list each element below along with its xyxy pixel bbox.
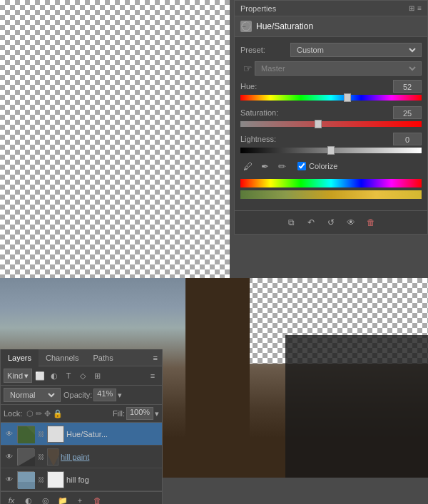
layer-visibility-icon[interactable]: 👁 (4, 451, 15, 463)
saturation-track[interactable] (240, 121, 422, 127)
layers-footer: fx ◐ ◎ 📁 + 🗑 (1, 491, 162, 504)
layer-name: hill paint (61, 453, 159, 461)
hue-value[interactable]: 52 (393, 80, 422, 93)
filter-shape-icon[interactable]: ◇ (76, 369, 89, 382)
panel-expand-icon[interactable]: ⊞ (409, 4, 414, 12)
kind-label: Kind (7, 371, 23, 380)
properties-panel: Properties ⊞ ≡ Hue/Saturation Preset: Cu… (234, 0, 428, 235)
delete-btn[interactable]: 🗑 (363, 215, 379, 230)
saturation-value[interactable]: 25 (393, 106, 422, 119)
preset-select-input[interactable]: Custom (294, 45, 418, 55)
lock-label: Lock: (4, 409, 22, 418)
lock-all-icon[interactable]: 🔒 (53, 409, 63, 418)
lightness-slider-row: Lightness: 0 (240, 133, 422, 153)
hue-track[interactable] (240, 95, 422, 101)
hue-thumb[interactable] (344, 93, 351, 102)
layer-adjustment-btn[interactable]: ◎ (39, 494, 52, 504)
lock-move-icon[interactable]: ✥ (44, 409, 51, 418)
master-select-input[interactable]: Master (258, 63, 418, 73)
layer-thumbnail (17, 426, 34, 443)
new-layer-btn[interactable]: + (73, 494, 86, 504)
hue-sat-title: Hue/Saturation (256, 21, 313, 31)
master-select[interactable]: Master (255, 61, 422, 76)
layer-mask-thumbnail (47, 471, 64, 488)
fill-arrow[interactable]: ▾ (155, 409, 159, 418)
panel-footer: ⧉ ↶ ↺ 👁 🗑 (235, 210, 427, 234)
layer-visibility-icon[interactable]: 👁 (4, 428, 15, 440)
opacity-value[interactable]: 41% (93, 389, 116, 401)
layer-name: Hue/Satur... (66, 430, 159, 438)
tab-channels[interactable]: Channels (39, 349, 86, 366)
panel-header-icons: ⊞ ≡ (409, 4, 422, 12)
fill-row: Fill: 100% ▾ (113, 407, 159, 420)
light-label-row: Lightness: 0 (240, 133, 422, 145)
subtract-eyedropper-icon[interactable]: ✏ (275, 159, 289, 173)
hue-label-row: Hue: 52 (240, 80, 422, 93)
fill-value[interactable]: 100% (126, 407, 153, 420)
previous-state-btn[interactable]: ↶ (303, 215, 319, 230)
filter-pixel-icon[interactable]: ⬜ (34, 369, 46, 382)
layer-chain-icon: ⛓ (36, 430, 45, 438)
layer-row[interactable]: 👁 ⛓ Hue/Satur... (1, 423, 162, 446)
reset-btn[interactable]: ↺ (323, 215, 339, 230)
layer-mask-btn[interactable]: ◐ (22, 494, 35, 504)
lock-icons: ⬡ ✏ ✥ 🔒 (26, 409, 63, 418)
filter-type-icon[interactable]: T (62, 369, 75, 382)
add-eyedropper-icon[interactable]: ✒ (258, 159, 272, 173)
colorize-row: Colorize (297, 162, 337, 170)
layer-mask-thumbnail (47, 426, 64, 443)
hand-icon[interactable]: ☞ (240, 61, 255, 76)
layer-group-thumb (47, 448, 58, 466)
saturation-thumb[interactable] (315, 120, 322, 128)
layers-tabs: Layers Channels Paths ≡ (1, 349, 162, 366)
fill-label: Fill: (113, 409, 125, 418)
lock-paint-icon[interactable]: ✏ (36, 409, 42, 418)
saturation-slider-row: Saturation: 25 (240, 106, 422, 127)
layer-visibility-icon[interactable]: 👁 (4, 474, 15, 485)
svg-marker-4 (48, 449, 59, 466)
layer-row[interactable]: 👁 ⛓ hill fog (1, 468, 162, 491)
input-color-strip (240, 179, 422, 187)
blend-opacity-row: Normal Opacity: 41% ▾ (1, 386, 162, 405)
layer-group-btn[interactable]: 📁 (56, 494, 69, 504)
layer-row[interactable]: 👁 ⛓ hill paint (1, 446, 162, 468)
sat-label-row: Saturation: 25 (240, 106, 422, 119)
master-row: ☞ Master (240, 61, 422, 76)
building-silhouette (185, 278, 250, 478)
panel-header-title: Properties (240, 4, 276, 13)
visibility-btn[interactable]: 👁 (343, 215, 359, 230)
layer-fx-btn[interactable]: fx (5, 494, 18, 504)
lightness-value[interactable]: 0 (393, 133, 422, 145)
lock-row: Lock: ⬡ ✏ ✥ 🔒 Fill: 100% ▾ (1, 405, 162, 423)
lightness-track[interactable] (240, 148, 422, 153)
panel-menu-icon[interactable]: ≡ (417, 4, 422, 12)
hue-label: Hue: (240, 82, 393, 91)
colorize-checkbox[interactable] (297, 162, 306, 170)
layers-menu-icon[interactable]: ≡ (149, 349, 162, 366)
tools-row: 🖊 ✒ ✏ Colorize (240, 159, 422, 173)
preset-select[interactable]: Custom (290, 43, 422, 57)
opacity-arrow[interactable]: ▾ (118, 391, 122, 400)
kind-arrow: ▾ (24, 371, 29, 381)
layer-chain-icon: ⛓ (36, 453, 45, 461)
tab-paths[interactable]: Paths (86, 349, 121, 366)
layers-panel: Layers Channels Paths ≡ Kind ▾ ⬜ ◐ T ◇ ⊞… (0, 349, 163, 504)
hue-sat-header: Hue/Saturation (235, 16, 427, 37)
blend-mode-select[interactable]: Normal (4, 388, 61, 402)
hue-slider-row: Hue: 52 (240, 80, 422, 101)
tab-layers[interactable]: Layers (1, 349, 39, 366)
filter-toggle[interactable]: ≡ (146, 369, 159, 382)
output-color-strip (240, 190, 422, 199)
blend-mode-input[interactable]: Normal (7, 390, 57, 400)
opacity-row: Opacity: 41% ▾ (63, 389, 159, 401)
eyedropper-icon[interactable]: 🖊 (240, 159, 255, 173)
filter-adjust-icon[interactable]: ◐ (48, 369, 61, 382)
kind-filter[interactable]: Kind ▾ (4, 369, 32, 383)
lightness-thumb[interactable] (327, 146, 335, 155)
clip-to-layer-btn[interactable]: ⧉ (283, 215, 299, 230)
layer-chain-icon: ⛓ (36, 475, 45, 484)
filter-smart-icon[interactable]: ⊞ (91, 369, 103, 382)
delete-layer-btn[interactable]: 🗑 (91, 494, 103, 504)
lock-pixels-icon[interactable]: ⬡ (26, 409, 34, 418)
panel-header: Properties ⊞ ≡ (235, 1, 427, 16)
